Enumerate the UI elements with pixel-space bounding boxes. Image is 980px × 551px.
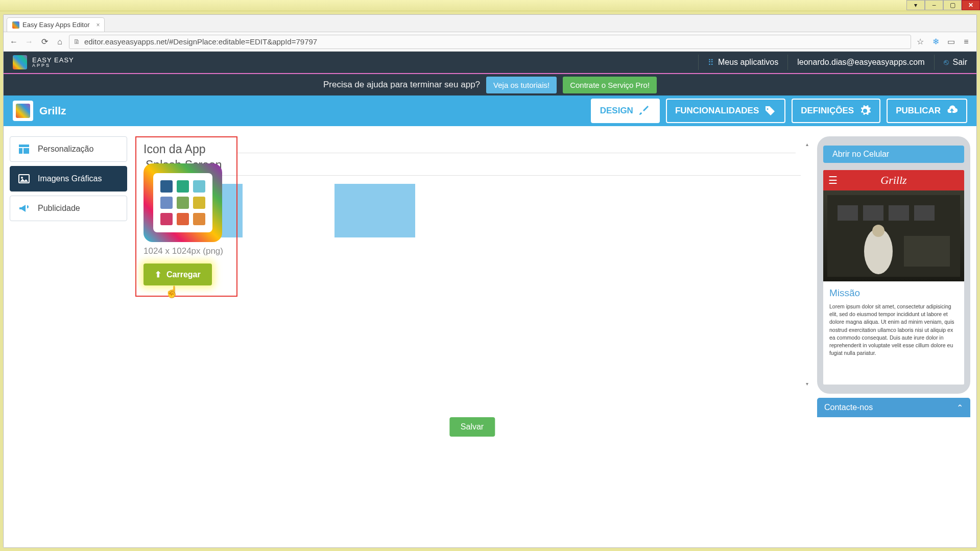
- phone-preview-panel: Abrir no Celular ☰ Grillz: [817, 136, 970, 438]
- url-input[interactable]: [84, 37, 906, 46]
- sidebar-item-personalizacao[interactable]: Personalização: [10, 136, 127, 162]
- layout-icon: [17, 142, 31, 156]
- tab-close-button[interactable]: ×: [97, 21, 100, 29]
- logout-link[interactable]: ⎋ Sair: [944, 58, 967, 67]
- phone-topbar: ☰ Grillz: [823, 170, 964, 190]
- browser-menu-button[interactable]: ≡: [960, 36, 972, 48]
- pro-service-button[interactable]: Contrate o Serviço Pro!: [563, 77, 657, 93]
- home-button[interactable]: ⌂: [54, 36, 66, 48]
- chevron-up-icon: ⌃: [957, 403, 963, 413]
- window-maximize-button[interactable]: ▢: [943, 0, 962, 10]
- scroll-up-icon[interactable]: ▴: [805, 141, 809, 147]
- gear-icon: [859, 105, 871, 117]
- phone-app-title: Grillz: [880, 174, 906, 187]
- user-email[interactable]: leonardo.dias@easyeasyapps.com: [797, 58, 924, 67]
- svg-rect-12: [904, 236, 950, 267]
- sidebar-item-label: Imagens Gráficas: [38, 174, 102, 183]
- svg-rect-8: [889, 205, 909, 221]
- favicon-icon: [12, 21, 19, 29]
- sidebar-item-label: Publicidade: [38, 204, 80, 213]
- cursor-hand-icon: ☝: [165, 285, 179, 299]
- scrollbar[interactable]: ▴ ▾: [805, 141, 809, 387]
- tab-strip: Easy Easy Apps Editor ×: [4, 15, 976, 32]
- forward-button[interactable]: →: [23, 36, 35, 48]
- extension-icon[interactable]: ❄: [929, 36, 942, 48]
- main-panel: ▴ ▾ Icon da App 1024 x 1024px (png): [135, 136, 809, 438]
- logout-icon: ⎋: [944, 58, 949, 67]
- tab-funcionalidades[interactable]: FUNCIONALIDADES: [666, 99, 785, 123]
- app-badge-icon: [13, 101, 33, 121]
- cloud-upload-icon: [946, 105, 958, 117]
- phone-section-heading: Missão: [829, 288, 958, 299]
- app-icon-section: Icon da App 1024 x 1024px (png) ⬆ Carreg…: [135, 136, 237, 297]
- window-minimize-button[interactable]: –: [925, 0, 943, 10]
- app-icon-preview: [144, 163, 222, 242]
- save-button[interactable]: Salvar: [449, 417, 495, 437]
- promo-text: Precisa de ajuda para terminar seu app?: [323, 80, 480, 90]
- svg-rect-0: [19, 145, 29, 147]
- sidebar-item-publicidade[interactable]: Publicidade: [10, 196, 127, 221]
- browser-tab[interactable]: Easy Easy Apps Editor ×: [7, 17, 105, 32]
- url-bar[interactable]: 🗎: [69, 35, 911, 49]
- page-content: EASY EASY APPS ⠿ Meus aplicativos leonar…: [4, 52, 976, 547]
- logo-text: EASY EASY APPS: [32, 57, 74, 68]
- page-icon: 🗎: [74, 38, 80, 45]
- app-badge[interactable]: Grillz: [13, 101, 66, 121]
- phone-hero-image: [823, 190, 964, 281]
- megaphone-icon: [17, 202, 31, 215]
- design-sidebar: Personalização Imagens Gráficas Publicid…: [10, 136, 127, 438]
- logo[interactable]: EASY EASY APPS: [13, 55, 74, 69]
- my-apps-link[interactable]: ⠿ Meus aplicativos: [708, 58, 778, 67]
- tab-publicar[interactable]: PUBLICAR: [887, 99, 967, 123]
- window-close-button[interactable]: ✕: [962, 0, 980, 10]
- scroll-down-icon[interactable]: ▾: [805, 381, 809, 387]
- app-name-label: Grillz: [39, 105, 66, 117]
- open-on-phone-button[interactable]: Abrir no Celular: [823, 146, 964, 163]
- svg-point-11: [872, 225, 885, 237]
- logo-icon: [13, 55, 27, 69]
- hamburger-icon[interactable]: ☰: [828, 174, 838, 186]
- kitchen-image-placeholder: [827, 195, 960, 277]
- apps-grid-icon: ⠿: [708, 58, 714, 67]
- svg-point-4: [21, 177, 23, 179]
- upload-arrow-icon: ⬆: [155, 270, 161, 279]
- tutorials-button[interactable]: Veja os tutoriais!: [486, 77, 557, 93]
- svg-rect-2: [23, 148, 29, 154]
- back-button[interactable]: ←: [8, 36, 20, 48]
- bookmark-star-icon[interactable]: ☆: [914, 36, 926, 48]
- promo-bar: Precisa de ajuda para terminar seu app? …: [4, 74, 976, 95]
- image-icon: [17, 172, 31, 185]
- window-dropdown-button[interactable]: ▾: [906, 0, 925, 10]
- svg-rect-7: [863, 205, 883, 221]
- browser-window: Easy Easy Apps Editor × ← → ⟳ ⌂ 🗎 ☆ ❄ ▭ …: [3, 14, 977, 548]
- present-icon[interactable]: ▭: [945, 36, 957, 48]
- os-title-bar: ▾ – ▢ ✕: [0, 0, 980, 11]
- splash-section-title: Splash Screen: [146, 158, 801, 172]
- contact-us-bar[interactable]: Contacte-nos ⌃: [817, 398, 970, 417]
- icon-section-title: Icon da App: [144, 142, 229, 156]
- tab-definicoes[interactable]: DEFINIÇÕES: [792, 99, 880, 123]
- app-header: EASY EASY APPS ⠿ Meus aplicativos leonar…: [4, 52, 976, 74]
- upload-button[interactable]: ⬆ Carregar: [144, 263, 212, 285]
- reload-button[interactable]: ⟳: [38, 36, 51, 48]
- splash-preview-2[interactable]: [334, 184, 415, 237]
- phone-body-text: Lorem ipsum dolor sit amet, consectetur …: [829, 303, 958, 357]
- tab-design[interactable]: DESIGN: [591, 99, 660, 123]
- brush-icon: [638, 105, 651, 117]
- tab-title: Easy Easy Apps Editor: [22, 21, 90, 29]
- splash-row: [146, 184, 801, 237]
- main-nav-bar: Grillz DESIGN FUNCIONALIDADES DEFINIÇÕES…: [4, 95, 976, 126]
- sidebar-item-label: Personalização: [38, 145, 93, 154]
- phone-screen: ☰ Grillz: [823, 170, 964, 385]
- tag-icon: [764, 105, 776, 117]
- svg-rect-9: [914, 205, 935, 221]
- icon-dimensions-text: 1024 x 1024px (png): [144, 246, 229, 256]
- svg-rect-6: [838, 205, 858, 221]
- browser-nav-bar: ← → ⟳ ⌂ 🗎 ☆ ❄ ▭ ≡: [4, 32, 976, 52]
- sidebar-item-imagens-graficas[interactable]: Imagens Gráficas: [10, 166, 127, 191]
- svg-rect-1: [19, 148, 22, 154]
- phone-frame: Abrir no Celular ☰ Grillz: [817, 136, 970, 394]
